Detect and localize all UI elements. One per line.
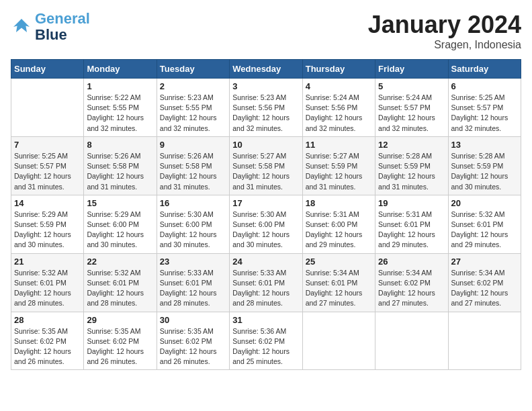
- day-info: Sunrise: 5:35 AM Sunset: 6:02 PM Dayligh…: [14, 326, 81, 367]
- day-number: 11: [306, 140, 372, 150]
- day-info: Sunrise: 5:35 AM Sunset: 6:02 PM Dayligh…: [160, 326, 226, 367]
- calendar-cell: 11Sunrise: 5:27 AM Sunset: 5:59 PM Dayli…: [302, 136, 375, 195]
- day-number: 4: [306, 81, 372, 91]
- day-number: 8: [87, 140, 153, 150]
- day-number: 30: [160, 315, 226, 325]
- day-info: Sunrise: 5:34 AM Sunset: 6:01 PM Dayligh…: [306, 268, 372, 309]
- calendar-cell: 22Sunrise: 5:32 AM Sunset: 6:01 PM Dayli…: [84, 253, 157, 312]
- calendar-cell: 9Sunrise: 5:26 AM Sunset: 5:58 PM Daylig…: [157, 136, 229, 195]
- location: Sragen, Indonesia: [368, 39, 521, 51]
- day-info: Sunrise: 5:33 AM Sunset: 6:01 PM Dayligh…: [232, 268, 299, 309]
- day-number: 27: [451, 257, 518, 267]
- day-number: 29: [87, 315, 153, 325]
- day-info: Sunrise: 5:23 AM Sunset: 5:56 PM Dayligh…: [232, 93, 299, 134]
- day-number: 25: [306, 257, 372, 267]
- day-number: 26: [378, 257, 445, 267]
- day-info: Sunrise: 5:32 AM Sunset: 6:01 PM Dayligh…: [14, 268, 81, 309]
- day-of-week-header: Saturday: [448, 60, 521, 79]
- calendar-cell: 30Sunrise: 5:35 AM Sunset: 6:02 PM Dayli…: [157, 312, 229, 370]
- calendar-cell: 15Sunrise: 5:29 AM Sunset: 6:00 PM Dayli…: [84, 195, 157, 253]
- title-block: January 2024 Sragen, Indonesia: [368, 11, 521, 51]
- calendar-cell: 23Sunrise: 5:33 AM Sunset: 6:01 PM Dayli…: [157, 253, 229, 312]
- day-info: Sunrise: 5:22 AM Sunset: 5:55 PM Dayligh…: [87, 93, 153, 134]
- day-number: 12: [378, 140, 445, 150]
- day-number: 21: [14, 257, 81, 267]
- calendar-cell: 18Sunrise: 5:31 AM Sunset: 6:00 PM Dayli…: [302, 195, 375, 253]
- calendar-cell: 20Sunrise: 5:32 AM Sunset: 6:01 PM Dayli…: [448, 195, 521, 253]
- day-number: 22: [87, 257, 153, 267]
- day-info: Sunrise: 5:28 AM Sunset: 5:59 PM Dayligh…: [451, 151, 518, 192]
- day-info: Sunrise: 5:31 AM Sunset: 6:01 PM Dayligh…: [378, 210, 445, 250]
- day-info: Sunrise: 5:24 AM Sunset: 5:56 PM Dayligh…: [306, 93, 372, 134]
- calendar-table: SundayMondayTuesdayWednesdayThursdayFrid…: [11, 59, 521, 370]
- day-number: 17: [232, 198, 299, 208]
- day-of-week-header: Friday: [375, 60, 448, 79]
- day-number: 24: [232, 257, 299, 267]
- day-number: 18: [306, 198, 372, 208]
- calendar-cell: 29Sunrise: 5:35 AM Sunset: 6:02 PM Dayli…: [84, 312, 157, 370]
- day-number: 3: [232, 81, 299, 91]
- calendar-week-row: 14Sunrise: 5:29 AM Sunset: 5:59 PM Dayli…: [11, 195, 521, 253]
- calendar-cell: 31Sunrise: 5:36 AM Sunset: 6:02 PM Dayli…: [230, 312, 302, 370]
- calendar-cell: 21Sunrise: 5:32 AM Sunset: 6:01 PM Dayli…: [11, 253, 84, 312]
- day-info: Sunrise: 5:27 AM Sunset: 5:58 PM Dayligh…: [232, 151, 299, 192]
- day-info: Sunrise: 5:36 AM Sunset: 6:02 PM Dayligh…: [232, 326, 299, 367]
- day-number: 28: [14, 315, 81, 325]
- day-of-week-header: Tuesday: [157, 60, 229, 79]
- calendar-week-row: 21Sunrise: 5:32 AM Sunset: 6:01 PM Dayli…: [11, 253, 521, 312]
- page-header: GeneralBlue January 2024 Sragen, Indones…: [11, 11, 521, 51]
- day-info: Sunrise: 5:24 AM Sunset: 5:57 PM Dayligh…: [378, 93, 445, 134]
- day-number: 20: [451, 198, 518, 208]
- calendar-cell: 24Sunrise: 5:33 AM Sunset: 6:01 PM Dayli…: [230, 253, 302, 312]
- day-number: 31: [232, 315, 299, 325]
- calendar-cell: 1Sunrise: 5:22 AM Sunset: 5:55 PM Daylig…: [84, 79, 157, 137]
- calendar-cell: [302, 312, 375, 370]
- logo-text: GeneralBlue: [35, 11, 90, 43]
- calendar-week-row: 7Sunrise: 5:25 AM Sunset: 5:57 PM Daylig…: [11, 136, 521, 195]
- day-number: 9: [160, 140, 226, 150]
- day-number: 16: [160, 198, 226, 208]
- day-info: Sunrise: 5:32 AM Sunset: 6:01 PM Dayligh…: [451, 210, 518, 250]
- calendar-cell: 17Sunrise: 5:30 AM Sunset: 6:00 PM Dayli…: [230, 195, 302, 253]
- day-number: 7: [14, 140, 81, 150]
- day-info: Sunrise: 5:27 AM Sunset: 5:59 PM Dayligh…: [306, 151, 372, 192]
- day-info: Sunrise: 5:28 AM Sunset: 5:59 PM Dayligh…: [378, 151, 445, 192]
- day-info: Sunrise: 5:26 AM Sunset: 5:58 PM Dayligh…: [160, 151, 226, 192]
- logo-icon: [11, 16, 32, 38]
- calendar-header: SundayMondayTuesdayWednesdayThursdayFrid…: [11, 60, 521, 79]
- svg-marker-0: [13, 19, 30, 32]
- calendar-cell: 26Sunrise: 5:34 AM Sunset: 6:02 PM Dayli…: [375, 253, 448, 312]
- day-number: 14: [14, 198, 81, 208]
- day-info: Sunrise: 5:32 AM Sunset: 6:01 PM Dayligh…: [87, 268, 153, 309]
- calendar-body: 1Sunrise: 5:22 AM Sunset: 5:55 PM Daylig…: [11, 79, 521, 370]
- day-number: 1: [87, 81, 153, 91]
- day-info: Sunrise: 5:34 AM Sunset: 6:02 PM Dayligh…: [451, 268, 518, 309]
- calendar-week-row: 1Sunrise: 5:22 AM Sunset: 5:55 PM Daylig…: [11, 79, 521, 137]
- day-info: Sunrise: 5:31 AM Sunset: 6:00 PM Dayligh…: [306, 210, 372, 250]
- calendar-cell: 28Sunrise: 5:35 AM Sunset: 6:02 PM Dayli…: [11, 312, 84, 370]
- calendar-cell: 8Sunrise: 5:26 AM Sunset: 5:58 PM Daylig…: [84, 136, 157, 195]
- calendar-cell: 13Sunrise: 5:28 AM Sunset: 5:59 PM Dayli…: [448, 136, 521, 195]
- day-number: 10: [232, 140, 299, 150]
- day-info: Sunrise: 5:25 AM Sunset: 5:57 PM Dayligh…: [451, 93, 518, 134]
- calendar-cell: 12Sunrise: 5:28 AM Sunset: 5:59 PM Dayli…: [375, 136, 448, 195]
- calendar-cell: 14Sunrise: 5:29 AM Sunset: 5:59 PM Dayli…: [11, 195, 84, 253]
- day-info: Sunrise: 5:34 AM Sunset: 6:02 PM Dayligh…: [378, 268, 445, 309]
- calendar-cell: [11, 79, 84, 137]
- day-number: 23: [160, 257, 226, 267]
- calendar-cell: 7Sunrise: 5:25 AM Sunset: 5:57 PM Daylig…: [11, 136, 84, 195]
- calendar-cell: 2Sunrise: 5:23 AM Sunset: 5:55 PM Daylig…: [157, 79, 229, 137]
- calendar-week-row: 28Sunrise: 5:35 AM Sunset: 6:02 PM Dayli…: [11, 312, 521, 370]
- day-number: 13: [451, 140, 518, 150]
- day-info: Sunrise: 5:33 AM Sunset: 6:01 PM Dayligh…: [160, 268, 226, 309]
- day-number: 5: [378, 81, 445, 91]
- day-of-week-header: Monday: [84, 60, 157, 79]
- calendar-cell: 5Sunrise: 5:24 AM Sunset: 5:57 PM Daylig…: [375, 79, 448, 137]
- calendar-cell: [448, 312, 521, 370]
- calendar-cell: [375, 312, 448, 370]
- day-number: 6: [451, 81, 518, 91]
- calendar-cell: 16Sunrise: 5:30 AM Sunset: 6:00 PM Dayli…: [157, 195, 229, 253]
- month-title: January 2024: [368, 11, 521, 39]
- calendar-cell: 27Sunrise: 5:34 AM Sunset: 6:02 PM Dayli…: [448, 253, 521, 312]
- day-info: Sunrise: 5:29 AM Sunset: 6:00 PM Dayligh…: [87, 210, 153, 250]
